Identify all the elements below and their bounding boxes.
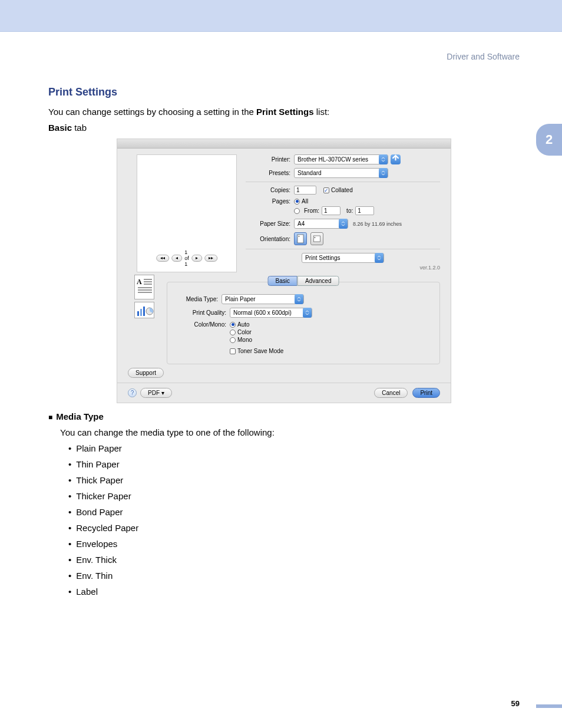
list-item: Bond Paper: [68, 507, 520, 517]
colormono-label: Color/Mono:: [173, 321, 230, 328]
section-select[interactable]: Print Settings: [302, 253, 384, 263]
copies-input[interactable]: 1: [294, 186, 316, 195]
page-number: 59: [511, 699, 520, 708]
printer-value: Brother HL-3070CW series: [297, 155, 368, 164]
list-item: Recycled Paper: [68, 523, 520, 533]
list-item: Env. Thick: [68, 555, 520, 565]
collated-checkbox[interactable]: [323, 187, 329, 193]
colormono-color-radio[interactable]: [230, 330, 236, 335]
printer-select[interactable]: Brother HL-3070CW series: [294, 154, 388, 164]
intro-bold: Print Settings: [256, 107, 314, 117]
svg-rect-12: [140, 309, 142, 316]
dialog-titlebar: [117, 139, 451, 149]
copies-label: Copies:: [246, 187, 294, 193]
pages-to-input[interactable]: 1: [355, 206, 374, 215]
preview-pager: 1 of 1: [184, 249, 189, 267]
pdf-dropdown-button[interactable]: PDF ▾: [140, 388, 172, 398]
orientation-landscape-button[interactable]: [310, 232, 323, 245]
pages-to-label: to:: [346, 207, 353, 214]
orientation-portrait-button[interactable]: [294, 232, 307, 245]
mediatype-value: Plain Paper: [225, 295, 256, 304]
support-button[interactable]: Support: [128, 368, 164, 378]
pages-all-label: All: [302, 198, 308, 205]
svg-rect-0: [297, 235, 303, 243]
intro-pre: You can change settings by choosing a se…: [48, 107, 256, 117]
list-item: Plain Paper: [68, 443, 520, 453]
colormono-mono-radio[interactable]: [230, 337, 236, 343]
footer-accent: [536, 704, 562, 708]
list-item: Label: [68, 587, 520, 597]
orientation-label: Orientation:: [246, 236, 294, 242]
colormono-mono-label: Mono: [237, 337, 252, 343]
colormono-color-label: Color: [237, 329, 252, 335]
list-item: Thick Paper: [68, 475, 520, 485]
subhead: Basic: [48, 123, 72, 133]
nav-last-button[interactable]: ▸▸: [204, 255, 217, 262]
collated-label: Collated: [331, 187, 353, 193]
intro-text: You can change settings by choosing a se…: [48, 107, 520, 117]
svg-rect-1: [299, 236, 299, 237]
mediatype-select[interactable]: Plain Paper: [222, 294, 304, 304]
preview-pane: ◂◂ ◂ 1 of 1 ▸ ▸▸: [137, 154, 237, 272]
nav-prev-button[interactable]: ◂: [171, 255, 182, 262]
section-header: Driver and Software: [48, 52, 520, 61]
pages-all-radio[interactable]: [294, 199, 300, 205]
tab-basic[interactable]: Basic: [268, 276, 297, 286]
list-item: Thin Paper: [68, 459, 520, 469]
tab-advanced[interactable]: Advanced: [297, 276, 339, 286]
nav-next-button[interactable]: ▸: [191, 255, 202, 262]
printquality-value: Normal (600 x 600dpi): [233, 308, 292, 317]
list-item: Env. Thin: [68, 571, 520, 581]
colormono-auto-label: Auto: [237, 321, 250, 328]
printquality-label: Print Quality:: [173, 309, 230, 316]
papersize-value: A4: [297, 219, 305, 228]
svg-rect-13: [143, 307, 145, 316]
tonersave-checkbox[interactable]: [230, 348, 236, 354]
printer-status-button[interactable]: [391, 154, 401, 164]
mediatype-intro: You can change the media type to one of …: [60, 427, 520, 437]
svg-rect-3: [315, 237, 315, 238]
pages-label: Pages:: [246, 198, 294, 205]
settings-tabbox: Basic Advanced Media Type: Plain Paper P…: [167, 282, 440, 364]
intro-post: list:: [314, 107, 330, 117]
pages-from-label: From:: [304, 207, 319, 214]
page-title: Print Settings: [48, 86, 520, 98]
presets-select[interactable]: Standard: [294, 168, 388, 178]
mediatype-list: Plain Paper Thin Paper Thick Paper Thick…: [68, 443, 520, 597]
print-button[interactable]: Print: [412, 388, 440, 398]
printquality-select[interactable]: Normal (600 x 600dpi): [230, 308, 312, 318]
presets-value: Standard: [297, 169, 322, 177]
subhead-line: Basic tab: [48, 123, 520, 133]
top-band: [0, 0, 562, 32]
svg-rect-2: [314, 236, 320, 242]
subhead-post: tab: [72, 123, 87, 133]
list-item: Thicker Paper: [68, 491, 520, 501]
svg-rect-11: [137, 311, 139, 316]
section-select-value: Print Settings: [305, 253, 340, 262]
colormono-auto-radio[interactable]: [230, 322, 236, 328]
papersize-label: Paper Size:: [246, 220, 294, 227]
pages-from-input[interactable]: 1: [322, 206, 340, 215]
print-dialog: ◂◂ ◂ 1 of 1 ▸ ▸▸ Printer: Brother HL-307…: [117, 139, 451, 403]
thumb-text-icon: A: [134, 275, 154, 299]
mediatype-label: Media Type:: [173, 296, 222, 302]
papersize-dimensions: 8.26 by 11.69 inches: [353, 221, 402, 227]
nav-first-button[interactable]: ◂◂: [156, 255, 169, 262]
mediatype-heading: ■Media Type: [48, 411, 520, 421]
version-label: ver.1.2.0: [246, 265, 440, 271]
papersize-select[interactable]: A4: [294, 219, 348, 229]
tonersave-label: Toner Save Mode: [237, 348, 283, 354]
thumb-chart-icon: [134, 302, 154, 318]
mediatype-heading-text: Media Type: [56, 411, 104, 421]
cancel-button[interactable]: Cancel: [374, 388, 408, 398]
svg-text:A: A: [137, 278, 142, 286]
pages-from-radio[interactable]: [294, 208, 300, 214]
printer-label: Printer:: [246, 156, 294, 163]
help-icon[interactable]: ?: [128, 388, 137, 397]
list-item: Envelopes: [68, 539, 520, 549]
presets-label: Presets:: [246, 170, 294, 176]
